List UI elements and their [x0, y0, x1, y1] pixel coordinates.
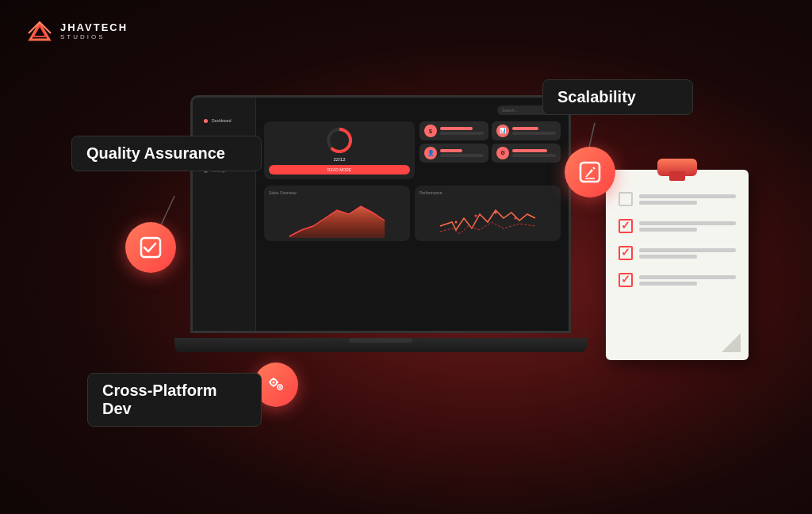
cb-lines-4 [639, 275, 736, 286]
svg-point-16 [273, 382, 275, 384]
line-chart-svg [419, 198, 556, 238]
logo-sub: STUDIOS [60, 34, 128, 41]
read-more-button[interactable]: READ MORE [269, 165, 410, 175]
line-1a [639, 194, 736, 198]
cb-row-2 [619, 219, 736, 233]
area-chart-card: Sales Overview [264, 186, 410, 241]
metric-row-1: $ 📊 [419, 121, 561, 140]
svg-point-9 [495, 212, 497, 214]
cb-lines-1 [639, 194, 736, 205]
checkbox-2 [619, 219, 633, 233]
line-2a [639, 221, 736, 225]
metric-dollar: $ [419, 121, 488, 140]
line-4b [639, 282, 697, 286]
logo-text: JHAVTECH STUDIOS [60, 22, 128, 40]
line-2b [639, 228, 697, 232]
line-3b [639, 255, 697, 259]
metric-bar-4 [512, 149, 556, 157]
clipboard-lines [619, 192, 736, 287]
svg-point-8 [475, 215, 477, 217]
scalability-bubble: Scalability [542, 79, 693, 115]
clipboard-clip [657, 159, 697, 176]
chart2-title: Performance [419, 190, 556, 195]
line-chart-card: Performance [415, 186, 561, 241]
edit-icon [577, 159, 603, 185]
scalability-circle-icon [565, 147, 615, 198]
donut-label: 22/12 [333, 157, 345, 162]
metric-chart: 📊 [492, 121, 561, 140]
checkbox-4 [619, 273, 633, 287]
gear-icon [264, 373, 288, 397]
laptop-screen: Dashboard Shop Analytics Settings [190, 95, 571, 333]
search-text: Search... [502, 108, 518, 113]
metric-user: 👤 [419, 144, 488, 163]
cards-row: 22/12 READ MORE $ [264, 121, 561, 179]
screen-inner: Dashboard Shop Analytics Settings [193, 98, 569, 331]
screen-main: Search... 22/12 READ MORE [256, 98, 569, 331]
metric-cards: $ 📊 [419, 121, 561, 179]
screen-topbar: Search... [264, 105, 561, 115]
metric-bar-1 [440, 127, 484, 135]
sidebar-dashboard: Dashboard [201, 113, 247, 128]
metric-bar-2 [512, 127, 556, 135]
metric-settings: ⚙ [492, 144, 561, 163]
settings-icon: ⚙ [496, 147, 509, 159]
donut-card: 22/12 READ MORE [264, 121, 415, 179]
checkbox-3 [619, 246, 633, 260]
logo: JHAVTECH STUDIOS [25, 17, 128, 46]
line-1b [639, 201, 697, 205]
svg-line-13 [593, 167, 595, 169]
logo-name: JHAVTECH [60, 22, 128, 33]
chart1-title: Sales Overview [269, 190, 405, 195]
metric-bar-3 [440, 149, 484, 157]
cb-row-1 [619, 192, 736, 206]
svg-point-18 [279, 386, 281, 388]
qa-circle-icon [125, 222, 176, 273]
cb-lines-2 [639, 221, 736, 232]
crossplatform-label: Cross-Platform Dev [102, 382, 216, 417]
clipboard-body [606, 170, 749, 360]
checkbox-1 [619, 192, 633, 206]
chart-icon: 📊 [496, 125, 509, 137]
area-chart-svg [269, 198, 405, 238]
laptop-mockup: Dashboard Shop Analytics Settings [190, 95, 571, 349]
line-4a [639, 275, 736, 279]
user-icon: 👤 [424, 147, 437, 159]
laptop-base [174, 338, 587, 352]
logo-icon [25, 17, 54, 46]
cb-row-4 [619, 273, 736, 287]
svg-point-7 [455, 221, 458, 224]
scalability-label: Scalability [557, 88, 636, 105]
charts-row: Sales Overview [264, 186, 561, 241]
screen-sidebar: Dashboard Shop Analytics Settings [193, 98, 256, 331]
qa-bubble: Quality Assurance [71, 136, 262, 171]
metric-row-2: 👤 ⚙ [419, 144, 561, 163]
cb-row-3 [619, 246, 736, 260]
clipboard [606, 159, 749, 365]
paper-corner [722, 333, 741, 352]
line-3a [639, 248, 736, 252]
donut-chart [325, 126, 354, 155]
svg-point-10 [515, 217, 517, 220]
checkmark-icon [138, 235, 163, 260]
dollar-icon: $ [424, 125, 437, 137]
qa-label: Quality Assurance [86, 144, 225, 162]
cb-lines-3 [639, 248, 736, 259]
crossplatform-bubble: Cross-Platform Dev [87, 373, 262, 427]
